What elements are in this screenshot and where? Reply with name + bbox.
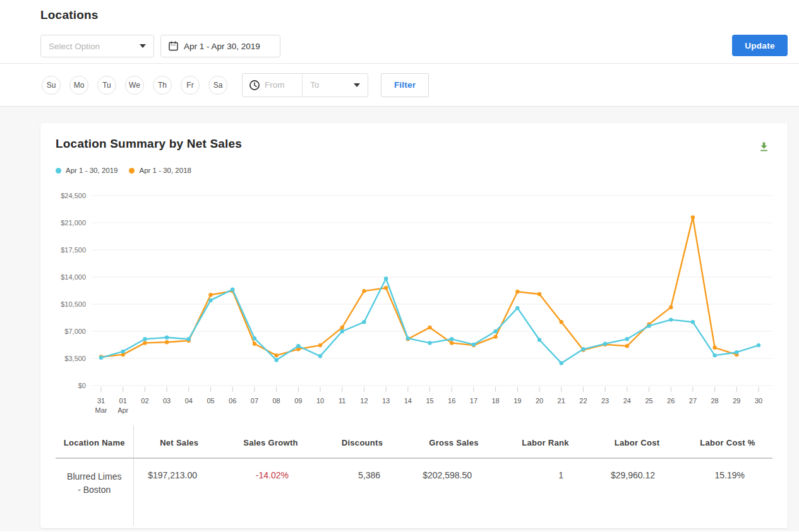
- time-range-field: From To: [242, 73, 368, 97]
- svg-text:09: 09: [294, 397, 302, 405]
- cell-gross-sales: $202,598.50: [408, 458, 500, 526]
- col-header-gross-sales: Gross Sales: [408, 425, 500, 458]
- legend-item-2019: Apr 1 - 30, 2019: [56, 167, 117, 174]
- svg-text:04: 04: [185, 397, 193, 405]
- calendar-icon: [169, 41, 178, 51]
- chart-title: Location Summary by Net Sales: [56, 137, 242, 151]
- cell-labor-cost-pct: 15.19%: [683, 458, 772, 526]
- day-of-week-chips: Su Mo Tu We Th Fr Sa: [42, 76, 227, 95]
- cell-discounts: 5,386: [316, 458, 408, 526]
- cell-net-sales: $197,213.00: [133, 458, 225, 526]
- svg-text:19: 19: [514, 397, 521, 405]
- svg-text:13: 13: [382, 397, 390, 405]
- svg-text:$24,500: $24,500: [61, 192, 86, 199]
- svg-text:24: 24: [623, 397, 631, 405]
- svg-text:08: 08: [272, 397, 280, 405]
- svg-text:28: 28: [711, 397, 718, 405]
- day-chip-fr[interactable]: Fr: [181, 76, 200, 95]
- location-summary-table: Location Name Net Sales Sales Growth Dis…: [56, 425, 772, 526]
- card-header: Location Summary by Net Sales: [56, 123, 772, 153]
- day-chip-th[interactable]: Th: [153, 76, 172, 95]
- legend-dot-2018: [129, 168, 135, 174]
- svg-text:22: 22: [579, 397, 587, 405]
- svg-text:31: 31: [97, 397, 105, 405]
- svg-text:11: 11: [339, 397, 345, 405]
- cell-labor-rank: 1: [500, 458, 591, 526]
- cell-location-name: Blurred Limes - Boston: [56, 458, 133, 526]
- svg-text:30: 30: [755, 397, 762, 405]
- svg-text:07: 07: [251, 397, 258, 405]
- svg-text:$17,500: $17,500: [61, 246, 86, 254]
- svg-text:$3,500: $3,500: [64, 355, 86, 362]
- location-summary-card: Location Summary by Net Sales Apr 1 - 30…: [40, 123, 788, 528]
- day-chip-mo[interactable]: Mo: [69, 76, 88, 95]
- legend-dot-2019: [56, 168, 61, 174]
- svg-text:Apr: Apr: [117, 406, 128, 414]
- svg-text:$21,000: $21,000: [61, 219, 86, 227]
- header-controls: Select Option Apr 1 - Apr 30, 2019 Updat…: [40, 35, 788, 57]
- date-range-picker[interactable]: Apr 1 - Apr 30, 2019: [160, 35, 280, 57]
- svg-text:25: 25: [645, 397, 652, 405]
- svg-text:16: 16: [448, 397, 455, 405]
- col-header-location-name: Location Name: [56, 425, 133, 458]
- day-chip-su[interactable]: Su: [42, 76, 61, 95]
- svg-text:$7,000: $7,000: [64, 328, 86, 335]
- svg-text:05: 05: [207, 397, 214, 405]
- location-select[interactable]: Select Option: [40, 35, 154, 57]
- svg-text:$0: $0: [78, 382, 86, 389]
- svg-text:15: 15: [426, 397, 433, 405]
- page-header: Locations Select Option Apr 1 - Apr 30, …: [0, 0, 799, 64]
- svg-text:27: 27: [689, 397, 697, 405]
- svg-text:18: 18: [491, 397, 499, 405]
- legend-label-2018: Apr 1 - 30, 2018: [139, 167, 191, 174]
- time-from-placeholder: From: [265, 80, 296, 90]
- col-header-net-sales: Net Sales: [133, 425, 225, 458]
- date-range-value: Apr 1 - Apr 30, 2019: [184, 42, 260, 51]
- svg-text:Mar: Mar: [95, 406, 107, 414]
- day-chip-sa[interactable]: Sa: [208, 76, 227, 95]
- legend-label-2019: Apr 1 - 30, 2019: [66, 167, 117, 174]
- clock-icon: [249, 80, 260, 91]
- svg-text:20: 20: [536, 397, 543, 405]
- day-chip-we[interactable]: We: [125, 76, 144, 95]
- svg-text:14: 14: [404, 397, 412, 405]
- page-title: Locations: [40, 8, 99, 22]
- svg-text:21: 21: [558, 397, 565, 405]
- col-header-labor-rank: Labor Rank: [500, 425, 591, 458]
- svg-text:$10,500: $10,500: [61, 300, 86, 308]
- location-select-placeholder: Select Option: [49, 42, 140, 51]
- col-header-labor-cost-pct: Labor Cost %: [683, 425, 772, 458]
- chevron-down-icon: [354, 83, 360, 87]
- svg-text:10: 10: [316, 397, 324, 405]
- legend-item-2018: Apr 1 - 30, 2018: [129, 167, 191, 174]
- time-to-select[interactable]: To: [302, 74, 368, 97]
- svg-text:23: 23: [601, 397, 609, 405]
- day-chip-tu[interactable]: Tu: [97, 76, 116, 95]
- chart-legend: Apr 1 - 30, 2019 Apr 1 - 30, 2018: [56, 167, 772, 174]
- col-header-discounts: Discounts: [316, 425, 408, 458]
- cell-sales-growth: -14.02%: [225, 458, 316, 526]
- svg-text:06: 06: [229, 397, 236, 405]
- svg-text:$14,000: $14,000: [61, 273, 86, 281]
- svg-text:26: 26: [667, 397, 675, 405]
- chevron-down-icon: [140, 44, 146, 48]
- cell-labor-cost: $29,960.12: [591, 458, 683, 526]
- svg-text:03: 03: [163, 397, 171, 405]
- svg-text:01: 01: [119, 397, 127, 405]
- locations-page: Locations Select Option Apr 1 - Apr 30, …: [0, 0, 799, 531]
- time-to-placeholder: To: [310, 80, 354, 90]
- svg-text:29: 29: [733, 397, 740, 405]
- table-row: Blurred Limes - Boston $197,213.00 -14.0…: [56, 458, 772, 526]
- time-from-input[interactable]: From: [243, 74, 302, 97]
- svg-text:02: 02: [141, 397, 148, 405]
- svg-text:12: 12: [360, 397, 368, 405]
- net-sales-line-chart: $24,500$21,000$17,500$14,000$10,500$7,00…: [56, 183, 772, 418]
- svg-text:17: 17: [470, 397, 478, 405]
- content-area: Location Summary by Net Sales Apr 1 - 30…: [0, 107, 799, 531]
- update-button[interactable]: Update: [732, 35, 788, 56]
- filter-button[interactable]: Filter: [381, 73, 429, 97]
- download-icon[interactable]: [758, 141, 770, 153]
- col-header-labor-cost: Labor Cost: [591, 425, 683, 458]
- col-header-sales-growth: Sales Growth: [225, 425, 316, 458]
- filter-toolbar: Su Mo Tu We Th Fr Sa From To Filter: [0, 64, 799, 107]
